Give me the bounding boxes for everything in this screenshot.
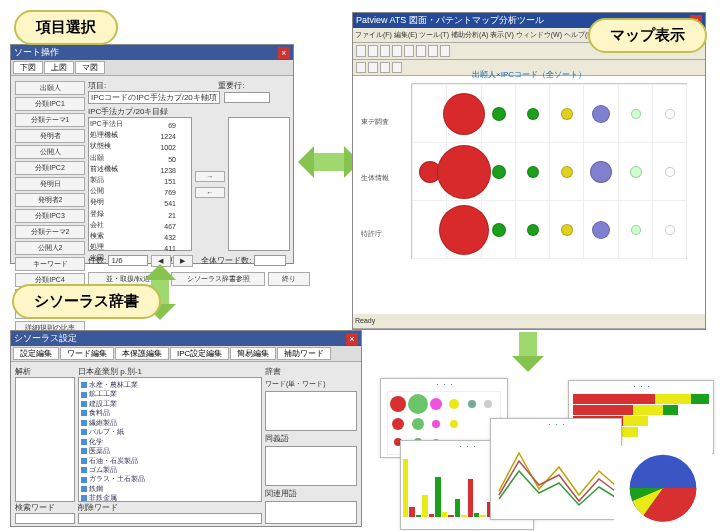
- foot-button[interactable]: シソーラス辞書参照: [171, 272, 265, 286]
- label-thesaurus: シソーラス辞書: [12, 284, 161, 319]
- close-icon[interactable]: ×: [278, 47, 290, 59]
- tree-item[interactable]: 水産・農林工業: [81, 380, 259, 389]
- tree-item[interactable]: ガラス・土石製品: [81, 474, 259, 483]
- side-button[interactable]: 出願人: [15, 81, 85, 95]
- select-dialog-title: ソート操作: [14, 46, 59, 59]
- side-button[interactable]: 発明者: [15, 129, 85, 143]
- toolbar-icon[interactable]: [428, 45, 438, 57]
- tab[interactable]: ワード編集: [60, 347, 114, 360]
- tree-item[interactable]: 石油・石炭製品: [81, 456, 259, 465]
- bubble: [665, 109, 675, 119]
- bubble: [492, 107, 506, 121]
- side-button[interactable]: 公開人2: [15, 241, 85, 255]
- field-label: 項目:: [88, 81, 106, 90]
- bubble: [527, 108, 539, 120]
- bubble: [443, 93, 485, 135]
- spinner[interactable]: [224, 92, 270, 103]
- select-dialog-titlebar[interactable]: ソート操作×: [11, 45, 293, 60]
- toolbar-icon[interactable]: [392, 45, 402, 57]
- label-map-display: マップ表示: [588, 18, 707, 53]
- tree-item[interactable]: 化学: [81, 437, 259, 446]
- line-svg: [491, 431, 621, 515]
- grid-row[interactable]: 製品151: [90, 175, 190, 186]
- side-button[interactable]: 発明日: [15, 177, 85, 191]
- bubble: [592, 221, 610, 239]
- toolbar-icon[interactable]: [416, 45, 426, 57]
- y-axis-label: 特許庁: [361, 229, 382, 239]
- counter-value: 1/6: [108, 255, 148, 266]
- tab[interactable]: 上図: [44, 61, 74, 74]
- toolbar-icon[interactable]: [356, 45, 366, 57]
- toolbar-icon[interactable]: [380, 45, 390, 57]
- side-button[interactable]: 分類IPC3: [15, 209, 85, 223]
- tree-item[interactable]: 非鉄金属: [81, 493, 259, 502]
- side-button[interactable]: キーワード: [15, 257, 85, 271]
- grid-row[interactable]: 処理411: [90, 242, 190, 253]
- tab[interactable]: 補助ワード: [277, 347, 331, 360]
- grid-row[interactable]: 会社467: [90, 220, 190, 231]
- left-list[interactable]: [15, 377, 75, 502]
- toolbar-icon[interactable]: [404, 45, 414, 57]
- toolbar-icon[interactable]: [440, 45, 450, 57]
- tree-item[interactable]: 建設工業: [81, 399, 259, 408]
- counter-label: 件数:: [88, 256, 106, 265]
- close-icon[interactable]: ×: [346, 333, 358, 345]
- move-right-button[interactable]: →: [195, 171, 225, 182]
- tab[interactable]: 簡易編集: [230, 347, 276, 360]
- grid-row[interactable]: 検索432: [90, 231, 190, 242]
- y-axis-label: 生体情報: [361, 173, 389, 183]
- tab[interactable]: IPC設定編集: [170, 347, 229, 360]
- side-button[interactable]: 分類テーマ2: [15, 225, 85, 239]
- ok-button[interactable]: 終り: [268, 272, 310, 286]
- sub-label: IPC手法カプ/20キ目録: [88, 106, 310, 117]
- col-header: 辞書: [265, 366, 357, 377]
- tree-view[interactable]: 水産・農林工業鉱工工業建設工業食料品繊維製品パルプ・紙化学医薬品石油・石炭製品ゴ…: [78, 377, 262, 502]
- thesaurus-title: シソーラス設定: [14, 332, 77, 345]
- related-list[interactable]: [265, 501, 357, 524]
- dropdown[interactable]: IPCコードのIPC手法カプ/20キ軸項: [88, 91, 220, 104]
- thesaurus-tabs[interactable]: 設定編集ワード編集本保護編集IPC設定編集簡易編集補助ワード: [11, 346, 361, 362]
- field-label: 削除ワード: [78, 502, 262, 513]
- side-button[interactable]: 発明者2: [15, 193, 85, 207]
- tab[interactable]: 設定編集: [13, 347, 59, 360]
- mini-pie-chart: [614, 446, 712, 526]
- move-left-button[interactable]: ←: [195, 187, 225, 198]
- grid-row[interactable]: 処理機械1224: [90, 130, 190, 141]
- field-label: 重要行:: [218, 81, 244, 90]
- tree-item[interactable]: 鉄鋼: [81, 484, 259, 493]
- value-grid[interactable]: IPC手法日69処理機械1224状態検1002出願50前述機械1238製品151…: [88, 117, 192, 251]
- tree-item[interactable]: パルプ・紙: [81, 427, 259, 436]
- synonym-list[interactable]: [265, 446, 357, 486]
- tab[interactable]: 下図: [13, 61, 43, 74]
- tree-item[interactable]: 食料品: [81, 408, 259, 417]
- grid-row[interactable]: 前述機械1238: [90, 164, 190, 175]
- target-list[interactable]: [228, 117, 290, 251]
- thesaurus-titlebar[interactable]: シソーラス設定×: [11, 331, 361, 346]
- sub-header: ワード(単・ワード): [265, 379, 357, 389]
- tree-item[interactable]: 鉱工工業: [81, 389, 259, 398]
- tree-item[interactable]: ゴム製品: [81, 465, 259, 474]
- tab[interactable]: マ図: [75, 61, 105, 74]
- delete-input[interactable]: [78, 513, 262, 524]
- map-app-title: Patview ATS 図面・パテントマップ分析ツール: [356, 14, 544, 27]
- thesaurus-panel: シソーラス設定× 設定編集ワード編集本保護編集IPC設定編集簡易編集補助ワード …: [10, 330, 362, 527]
- grid-row[interactable]: 登録21: [90, 209, 190, 220]
- tree-item[interactable]: 医薬品: [81, 446, 259, 455]
- grid-row[interactable]: 出願50: [90, 153, 190, 164]
- grid-row[interactable]: 状態検1002: [90, 141, 190, 152]
- bubble: [561, 108, 573, 120]
- grid-row[interactable]: 発明541: [90, 197, 190, 208]
- tab[interactable]: 本保護編集: [115, 347, 169, 360]
- search-input[interactable]: [15, 513, 75, 524]
- side-button[interactable]: 分類IPC1: [15, 97, 85, 111]
- toolbar-icon[interactable]: [368, 45, 378, 57]
- side-button[interactable]: 分類IPC2: [15, 161, 85, 175]
- select-dialog-tabs[interactable]: 下図上図マ図: [11, 60, 293, 76]
- side-button[interactable]: 分類テーマ1: [15, 113, 85, 127]
- grid-row[interactable]: IPC手法日69: [90, 119, 190, 130]
- bubble: [437, 145, 491, 199]
- dict-list[interactable]: [265, 391, 357, 431]
- tree-item[interactable]: 繊維製品: [81, 418, 259, 427]
- side-button[interactable]: 公開人: [15, 145, 85, 159]
- grid-row[interactable]: 公開769: [90, 186, 190, 197]
